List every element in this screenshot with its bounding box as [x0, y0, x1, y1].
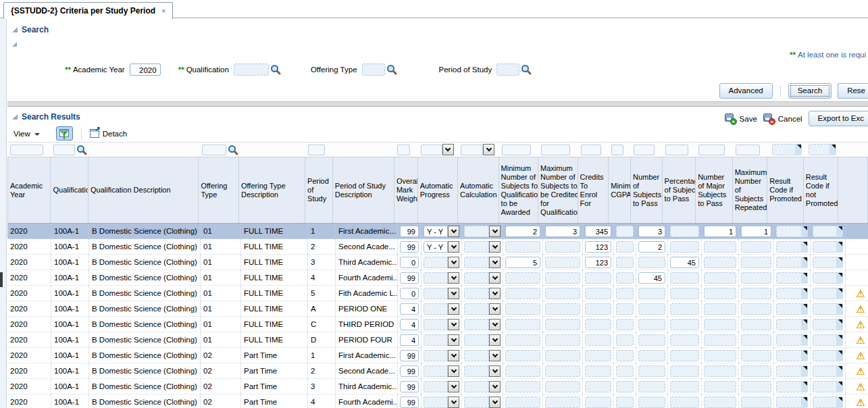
cell-input-minimum_cgpa[interactable]: [616, 288, 634, 299]
table-row[interactable]: 2020100A-1B Domestic Science (Clothing)0…: [7, 255, 868, 270]
cell-input-subjects_to_pass[interactable]: [638, 365, 665, 377]
lov-combo-field[interactable]: [813, 365, 843, 377]
cell-input-credits_to_enrol[interactable]: [585, 319, 611, 330]
filter-overall_mark_weight[interactable]: [394, 143, 418, 157]
lov-combo-field[interactable]: [813, 241, 843, 253]
column-header-academic_year[interactable]: Academic Year: [7, 157, 51, 223]
cell-select-automatic_progress[interactable]: [424, 272, 448, 284]
academic-year-field[interactable]: 2020: [130, 63, 161, 76]
dropdown-button[interactable]: [448, 288, 459, 299]
cell-input-credits_to_enrol[interactable]: [585, 334, 611, 346]
splitter-handle[interactable]: [0, 272, 3, 287]
cell-input-pct_subjects_to_pass[interactable]: [670, 226, 699, 237]
cell-select-automatic_progress[interactable]: [424, 350, 448, 361]
cell-input-major_subjects_to_pass[interactable]: [704, 365, 736, 377]
cell-input-subjects_to_pass[interactable]: [638, 319, 665, 330]
dropdown-button[interactable]: [489, 381, 501, 392]
cell-input-major_subjects_to_pass[interactable]: [704, 350, 736, 361]
cell-select-automatic_progress[interactable]: [424, 257, 448, 268]
cell-input-major_subjects_to_pass[interactable]: [704, 241, 736, 253]
dropdown-button[interactable]: [483, 144, 494, 155]
cell-input-max_subjects_credited[interactable]: [545, 241, 580, 253]
cell-select-automatic_calculation[interactable]: [464, 303, 489, 315]
column-header-result_code_not_promoted[interactable]: Result Code if not Promoted: [804, 157, 839, 223]
tab-close-icon[interactable]: ×: [161, 7, 165, 15]
dropdown-button[interactable]: [489, 303, 501, 315]
filter-result_code_not_promoted[interactable]: [804, 143, 839, 157]
filter-max_subjects_repeated[interactable]: [733, 143, 768, 157]
column-header-max_subjects_credited[interactable]: Maximum Number of Subjects to be Credite…: [538, 157, 578, 223]
qualification-field[interactable]: [234, 63, 269, 76]
cell-input-max_subjects_repeated[interactable]: [741, 272, 771, 284]
column-header-minimum_cgpa[interactable]: Minimum CGPA: [609, 157, 631, 223]
filter-credits_to_enrol[interactable]: [578, 143, 609, 157]
table-row[interactable]: 2020100A-1B Domestic Science (Clothing)0…: [7, 332, 868, 348]
cell-input-pct_subjects_to_pass[interactable]: [670, 288, 699, 299]
cell-select-automatic_progress[interactable]: Y - Y: [424, 241, 448, 253]
cell-input-credits_to_enrol[interactable]: [585, 381, 611, 392]
dropdown-button[interactable]: [489, 334, 501, 346]
lov-combo-field[interactable]: [776, 303, 808, 315]
cell-select-automatic_progress[interactable]: [424, 303, 448, 315]
disclosure-triangle-icon[interactable]: [12, 114, 18, 120]
lov-combo-field[interactable]: [776, 334, 808, 346]
cell-input-max_subjects_repeated[interactable]: [741, 319, 771, 330]
cell-input-credits_to_enrol[interactable]: [585, 272, 611, 284]
cell-input-min_subjects_awarded[interactable]: [505, 303, 540, 315]
cell-select-automatic_calculation[interactable]: [464, 381, 489, 392]
filter-pct_subjects_to_pass[interactable]: [663, 143, 696, 157]
cell-input-credits_to_enrol[interactable]: [585, 397, 611, 408]
detach-button[interactable]: Detach: [90, 129, 127, 138]
table-row[interactable]: 2020100A-1B Domestic Science (Clothing)0…: [7, 239, 868, 255]
cell-input-overall_mark_weight[interactable]: 0: [400, 257, 419, 268]
qualification-search-icon[interactable]: [270, 64, 281, 75]
cell-input-min_subjects_awarded[interactable]: [505, 319, 540, 330]
cell-input-max_subjects_repeated[interactable]: [741, 257, 771, 268]
cell-input-max_subjects_repeated[interactable]: [741, 397, 771, 408]
cell-input-credits_to_enrol[interactable]: 123: [585, 257, 611, 268]
dropdown-button[interactable]: [489, 226, 501, 237]
table-row[interactable]: 2020100A-1B Domestic Science (Clothing)0…: [7, 317, 868, 332]
table-row[interactable]: 2020100A-1B Domestic Science (Clothing)0…: [7, 286, 868, 301]
column-header-automatic_progress[interactable]: Automatic Progress: [418, 157, 458, 223]
filter-automatic_progress[interactable]: [418, 143, 458, 157]
cell-input-max_subjects_repeated[interactable]: [741, 334, 771, 346]
lov-combo-field[interactable]: [813, 319, 843, 330]
cell-select-automatic_progress[interactable]: Y - Y: [424, 226, 448, 237]
filter-input-subjects_to_pass[interactable]: [634, 145, 655, 155]
lov-combo-field[interactable]: [772, 144, 802, 155]
column-header-overall_mark_weight[interactable]: Overall Mark Weight: [394, 157, 418, 223]
advanced-button[interactable]: Advanced: [719, 83, 773, 99]
cell-select-automatic_calculation[interactable]: [464, 257, 489, 268]
column-header-period_of_study[interactable]: Period of Study: [305, 157, 333, 223]
period-of-study-field[interactable]: [496, 63, 519, 76]
cell-input-subjects_to_pass[interactable]: [638, 350, 665, 361]
offering-type-field[interactable]: [362, 63, 385, 76]
lov-combo-field[interactable]: [776, 272, 808, 284]
cell-input-max_subjects_credited[interactable]: [545, 350, 580, 361]
cell-input-major_subjects_to_pass[interactable]: [704, 319, 736, 330]
cell-input-overall_mark_weight[interactable]: 99: [400, 272, 419, 284]
cell-select-automatic_progress[interactable]: [424, 397, 448, 408]
lov-combo-field[interactable]: [809, 144, 837, 155]
dropdown-button[interactable]: [448, 334, 459, 346]
dropdown-button[interactable]: [448, 257, 459, 268]
cell-input-minimum_cgpa[interactable]: [616, 226, 634, 237]
dropdown-button[interactable]: [448, 272, 459, 284]
cell-input-min_subjects_awarded[interactable]: 5: [505, 257, 540, 268]
dropdown-button[interactable]: [448, 319, 459, 330]
disclosure-triangle-icon[interactable]: [12, 42, 17, 47]
filter-input-credits_to_enrol[interactable]: [581, 145, 601, 155]
cell-input-major_subjects_to_pass[interactable]: [704, 257, 736, 268]
cell-input-subjects_to_pass[interactable]: [638, 303, 665, 315]
table-row[interactable]: 2020100A-1B Domestic Science (Clothing)0…: [7, 224, 868, 239]
cell-input-overall_mark_weight[interactable]: 4: [400, 334, 419, 346]
lov-combo-field[interactable]: [813, 350, 843, 361]
dropdown-button[interactable]: [489, 319, 501, 330]
dropdown-button[interactable]: [448, 241, 459, 253]
cell-input-minimum_cgpa[interactable]: [616, 365, 634, 377]
tab-criteria-per-study-period[interactable]: {SSTUDD-2} Criteria per Study Period ×: [3, 2, 173, 19]
dropdown-button[interactable]: [489, 397, 501, 408]
cell-select-automatic_calculation[interactable]: [464, 397, 489, 408]
cell-select-automatic_progress[interactable]: [424, 365, 448, 377]
